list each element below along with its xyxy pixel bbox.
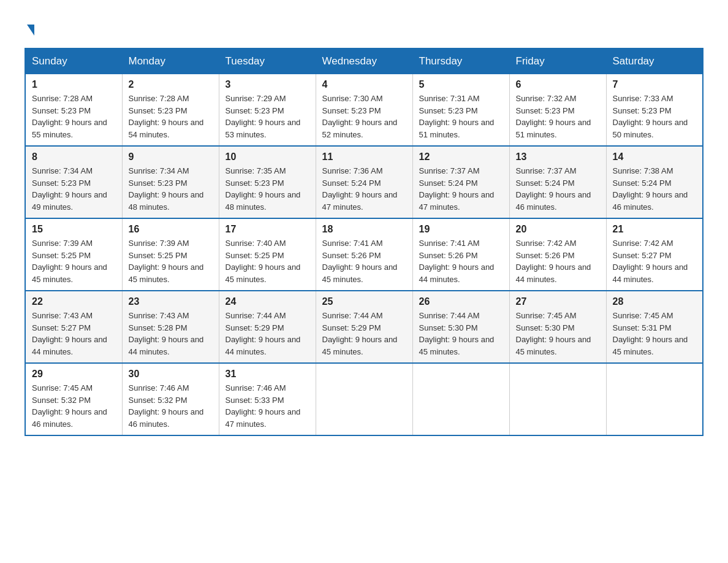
day-header-wednesday: Wednesday	[316, 48, 412, 74]
day-number: 17	[226, 224, 309, 235]
day-info: Sunrise: 7:46 AMSunset: 5:33 PMDaylight:…	[226, 383, 301, 429]
calendar-cell: 8 Sunrise: 7:34 AMSunset: 5:23 PMDayligh…	[25, 146, 122, 218]
calendar-cell: 18 Sunrise: 7:41 AMSunset: 5:26 PMDaylig…	[316, 218, 412, 291]
calendar-cell: 12 Sunrise: 7:37 AMSunset: 5:24 PMDaylig…	[412, 146, 509, 218]
calendar-cell: 11 Sunrise: 7:36 AMSunset: 5:24 PMDaylig…	[316, 146, 412, 218]
day-info: Sunrise: 7:39 AMSunset: 5:25 PMDaylight:…	[129, 239, 204, 284]
logo	[25, 18, 34, 36]
day-info: Sunrise: 7:34 AMSunset: 5:23 PMDaylight:…	[129, 166, 204, 212]
day-info: Sunrise: 7:34 AMSunset: 5:23 PMDaylight:…	[32, 166, 107, 212]
day-number: 13	[516, 151, 600, 163]
day-header-saturday: Saturday	[606, 48, 703, 74]
day-info: Sunrise: 7:44 AMSunset: 5:29 PMDaylight:…	[226, 311, 301, 356]
day-info: Sunrise: 7:43 AMSunset: 5:27 PMDaylight:…	[32, 311, 107, 356]
day-info: Sunrise: 7:45 AMSunset: 5:32 PMDaylight:…	[32, 383, 107, 429]
calendar-week-row: 15 Sunrise: 7:39 AMSunset: 5:25 PMDaylig…	[25, 218, 703, 291]
day-number: 21	[613, 224, 697, 235]
day-number: 2	[129, 79, 213, 90]
calendar-cell	[606, 363, 703, 435]
logo-triangle-icon	[27, 25, 34, 36]
calendar-cell: 19 Sunrise: 7:41 AMSunset: 5:26 PMDaylig…	[412, 218, 509, 291]
day-number: 23	[129, 296, 213, 307]
day-number: 3	[226, 79, 309, 90]
day-info: Sunrise: 7:39 AMSunset: 5:25 PMDaylight:…	[32, 239, 107, 284]
day-info: Sunrise: 7:35 AMSunset: 5:23 PMDaylight:…	[226, 166, 301, 212]
calendar-cell: 1 Sunrise: 7:28 AMSunset: 5:23 PMDayligh…	[25, 74, 122, 147]
calendar-cell: 22 Sunrise: 7:43 AMSunset: 5:27 PMDaylig…	[25, 291, 122, 363]
calendar-cell	[509, 363, 606, 435]
calendar-cell: 31 Sunrise: 7:46 AMSunset: 5:33 PMDaylig…	[219, 363, 316, 435]
day-info: Sunrise: 7:42 AMSunset: 5:27 PMDaylight:…	[613, 239, 688, 284]
day-number: 18	[322, 224, 406, 235]
calendar-cell: 26 Sunrise: 7:44 AMSunset: 5:30 PMDaylig…	[412, 291, 509, 363]
day-number: 28	[613, 296, 697, 307]
day-number: 10	[226, 151, 309, 163]
day-number: 24	[226, 296, 309, 307]
calendar-cell: 6 Sunrise: 7:32 AMSunset: 5:23 PMDayligh…	[509, 74, 606, 147]
day-number: 5	[419, 79, 503, 90]
day-header-tuesday: Tuesday	[219, 48, 316, 74]
day-info: Sunrise: 7:31 AMSunset: 5:23 PMDaylight:…	[419, 94, 495, 139]
calendar-week-row: 1 Sunrise: 7:28 AMSunset: 5:23 PMDayligh…	[25, 74, 703, 147]
day-info: Sunrise: 7:45 AMSunset: 5:30 PMDaylight:…	[516, 311, 591, 356]
calendar-week-row: 8 Sunrise: 7:34 AMSunset: 5:23 PMDayligh…	[25, 146, 703, 218]
calendar-week-row: 29 Sunrise: 7:45 AMSunset: 5:32 PMDaylig…	[25, 363, 703, 435]
day-header-friday: Friday	[509, 48, 606, 74]
day-info: Sunrise: 7:42 AMSunset: 5:26 PMDaylight:…	[516, 239, 591, 284]
day-info: Sunrise: 7:40 AMSunset: 5:25 PMDaylight:…	[226, 239, 301, 284]
day-number: 20	[516, 224, 600, 235]
calendar-cell: 15 Sunrise: 7:39 AMSunset: 5:25 PMDaylig…	[25, 218, 122, 291]
calendar-cell: 29 Sunrise: 7:45 AMSunset: 5:32 PMDaylig…	[25, 363, 122, 435]
day-number: 9	[129, 151, 213, 163]
calendar-cell: 7 Sunrise: 7:33 AMSunset: 5:23 PMDayligh…	[606, 74, 703, 147]
day-number: 1	[32, 79, 116, 90]
day-number: 29	[32, 369, 116, 380]
calendar-cell: 21 Sunrise: 7:42 AMSunset: 5:27 PMDaylig…	[606, 218, 703, 291]
day-number: 14	[613, 151, 697, 163]
day-info: Sunrise: 7:37 AMSunset: 5:24 PMDaylight:…	[419, 166, 495, 212]
day-number: 30	[129, 369, 213, 380]
day-info: Sunrise: 7:41 AMSunset: 5:26 PMDaylight:…	[419, 239, 495, 284]
calendar-header-row: SundayMondayTuesdayWednesdayThursdayFrid…	[25, 48, 703, 74]
day-number: 7	[613, 79, 697, 90]
day-info: Sunrise: 7:38 AMSunset: 5:24 PMDaylight:…	[613, 166, 688, 212]
calendar-cell: 5 Sunrise: 7:31 AMSunset: 5:23 PMDayligh…	[412, 74, 509, 147]
day-number: 26	[419, 296, 503, 307]
day-header-monday: Monday	[122, 48, 219, 74]
calendar-cell: 23 Sunrise: 7:43 AMSunset: 5:28 PMDaylig…	[122, 291, 219, 363]
day-number: 15	[32, 224, 116, 235]
calendar-cell: 25 Sunrise: 7:44 AMSunset: 5:29 PMDaylig…	[316, 291, 412, 363]
day-info: Sunrise: 7:30 AMSunset: 5:23 PMDaylight:…	[322, 94, 398, 139]
day-info: Sunrise: 7:32 AMSunset: 5:23 PMDaylight:…	[516, 94, 591, 139]
calendar-cell: 24 Sunrise: 7:44 AMSunset: 5:29 PMDaylig…	[219, 291, 316, 363]
day-info: Sunrise: 7:46 AMSunset: 5:32 PMDaylight:…	[129, 383, 204, 429]
calendar-cell: 2 Sunrise: 7:28 AMSunset: 5:23 PMDayligh…	[122, 74, 219, 147]
day-info: Sunrise: 7:44 AMSunset: 5:30 PMDaylight:…	[419, 311, 495, 356]
calendar-cell: 17 Sunrise: 7:40 AMSunset: 5:25 PMDaylig…	[219, 218, 316, 291]
day-number: 27	[516, 296, 600, 307]
page-header	[25, 18, 703, 36]
day-number: 11	[322, 151, 406, 163]
day-info: Sunrise: 7:33 AMSunset: 5:23 PMDaylight:…	[613, 94, 688, 139]
calendar-cell: 16 Sunrise: 7:39 AMSunset: 5:25 PMDaylig…	[122, 218, 219, 291]
day-number: 6	[516, 79, 600, 90]
day-info: Sunrise: 7:41 AMSunset: 5:26 PMDaylight:…	[322, 239, 398, 284]
day-info: Sunrise: 7:43 AMSunset: 5:28 PMDaylight:…	[129, 311, 204, 356]
calendar-cell: 3 Sunrise: 7:29 AMSunset: 5:23 PMDayligh…	[219, 74, 316, 147]
calendar-cell	[316, 363, 412, 435]
day-info: Sunrise: 7:29 AMSunset: 5:23 PMDaylight:…	[226, 94, 301, 139]
day-number: 12	[419, 151, 503, 163]
day-info: Sunrise: 7:36 AMSunset: 5:24 PMDaylight:…	[322, 166, 398, 212]
day-info: Sunrise: 7:28 AMSunset: 5:23 PMDaylight:…	[32, 94, 107, 139]
day-info: Sunrise: 7:28 AMSunset: 5:23 PMDaylight:…	[129, 94, 204, 139]
day-number: 22	[32, 296, 116, 307]
calendar-cell: 30 Sunrise: 7:46 AMSunset: 5:32 PMDaylig…	[122, 363, 219, 435]
day-number: 19	[419, 224, 503, 235]
day-number: 4	[322, 79, 406, 90]
calendar-cell: 14 Sunrise: 7:38 AMSunset: 5:24 PMDaylig…	[606, 146, 703, 218]
calendar-cell: 27 Sunrise: 7:45 AMSunset: 5:30 PMDaylig…	[509, 291, 606, 363]
day-number: 16	[129, 224, 213, 235]
day-number: 31	[226, 369, 309, 380]
calendar-cell: 13 Sunrise: 7:37 AMSunset: 5:24 PMDaylig…	[509, 146, 606, 218]
calendar-cell: 20 Sunrise: 7:42 AMSunset: 5:26 PMDaylig…	[509, 218, 606, 291]
